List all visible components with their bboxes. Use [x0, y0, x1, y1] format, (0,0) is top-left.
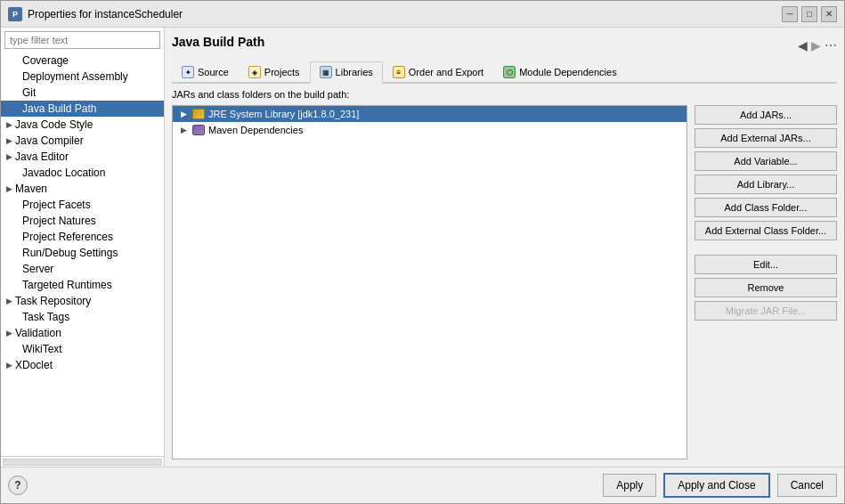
apply-button[interactable]: Apply: [603, 474, 656, 497]
tab-order-export[interactable]: ≡Order and Export: [383, 61, 493, 82]
sidebar-item-label: Maven: [15, 183, 47, 195]
help-button[interactable]: ?: [8, 476, 28, 495]
jar-item-jre-system-library[interactable]: ▶JRE System Library [jdk1.8.0_231]: [173, 106, 687, 122]
sidebar-item-java-editor[interactable]: ▶Java Editor: [1, 149, 164, 165]
add-jars-button[interactable]: Add JARs...: [695, 105, 837, 125]
nav-more-button[interactable]: ⋯: [825, 38, 837, 53]
sidebar-item-label: Project Facets: [22, 199, 91, 211]
remove-button[interactable]: Remove: [695, 278, 837, 297]
nav-back-button[interactable]: ◀: [798, 38, 808, 53]
add-variable-button[interactable]: Add Variable...: [695, 151, 837, 171]
tab-label: Projects: [264, 67, 300, 77]
sidebar-item-label: Validation: [15, 327, 61, 339]
sidebar-item-task-repository[interactable]: ▶Task Repository: [1, 293, 164, 309]
sidebar-item-project-facets[interactable]: Project Facets: [1, 197, 164, 213]
title-bar: P Properties for instanceScheduler ─ □ ✕: [1, 1, 844, 28]
horizontal-scrollbar[interactable]: [3, 459, 162, 466]
maximize-button[interactable]: □: [801, 6, 817, 22]
maven-icon: [192, 124, 205, 136]
description-text: JARs and class folders on the build path…: [172, 89, 837, 100]
sidebar-item-label: Server: [22, 263, 53, 275]
button-spacer: [695, 244, 837, 251]
sidebar-item-java-code-style[interactable]: ▶Java Code Style: [1, 117, 164, 133]
sidebar-item-label: XDoclet: [15, 359, 53, 371]
expand-arrow-icon: ▶: [4, 136, 13, 145]
sidebar-item-label: Java Editor: [15, 150, 69, 163]
migrate-jar-file-button: Migrate JAR File...: [695, 301, 837, 321]
expand-arrow-icon: ▶: [4, 184, 13, 193]
jar-item-maven-dependencies[interactable]: ▶Maven Dependencies: [173, 122, 687, 138]
add-class-folder-button[interactable]: Add Class Folder...: [695, 198, 837, 217]
jar-item-label: JRE System Library [jdk1.8.0_231]: [208, 109, 359, 119]
tab-label: Source: [198, 67, 229, 77]
sidebar-item-wikitext[interactable]: WikiText: [1, 341, 164, 357]
cancel-button[interactable]: Cancel: [777, 474, 837, 497]
jre-icon: [192, 108, 205, 120]
order-tab-icon: ≡: [393, 66, 405, 78]
sidebar-item-label: Task Repository: [15, 295, 91, 307]
sidebar-item-label: WikiText: [22, 343, 62, 355]
expand-arrow-icon: ▶: [4, 120, 13, 129]
add-library-button[interactable]: Add Library...: [695, 175, 837, 194]
sidebar-item-server[interactable]: Server: [1, 261, 164, 277]
apply-close-button[interactable]: Apply and Close: [663, 473, 769, 498]
tab-libraries[interactable]: ▦Libraries: [310, 61, 383, 84]
sidebar-item-xdoclet[interactable]: ▶XDoclet: [1, 357, 164, 373]
jar-expand-icon: ▶: [178, 110, 189, 118]
tab-source[interactable]: ✦Source: [172, 61, 239, 82]
properties-dialog: P Properties for instanceScheduler ─ □ ✕…: [0, 0, 845, 504]
tab-label: Libraries: [336, 67, 373, 77]
jar-list: ▶JRE System Library [jdk1.8.0_231]▶Maven…: [172, 105, 687, 459]
sidebar-item-label: Coverage: [22, 54, 69, 67]
sidebar-item-targeted-runtimes[interactable]: Targeted Runtimes: [1, 277, 164, 293]
left-panel: CoverageDeployment AssemblyGitJava Build…: [1, 28, 165, 467]
sidebar-item-label: Run/Debug Settings: [22, 247, 118, 259]
minimize-button[interactable]: ─: [782, 6, 798, 22]
sidebar-item-label: Targeted Runtimes: [22, 279, 112, 291]
tab-projects[interactable]: ◈Projects: [239, 61, 310, 82]
tab-bar: ✦Source◈Projects▦Libraries≡Order and Exp…: [172, 61, 837, 84]
sidebar-item-java-build-path[interactable]: Java Build Path: [1, 101, 164, 117]
sidebar-item-run-debug-settings[interactable]: Run/Debug Settings: [1, 245, 164, 261]
filter-input[interactable]: [4, 31, 160, 49]
main-content-area: ▶JRE System Library [jdk1.8.0_231]▶Maven…: [172, 105, 837, 459]
add-external-jars-button[interactable]: Add External JARs...: [695, 128, 837, 148]
sidebar-item-java-compiler[interactable]: ▶Java Compiler: [1, 133, 164, 149]
module-tab-icon: ⬡: [503, 66, 516, 78]
bottom-left: ?: [8, 476, 28, 495]
source-tab-icon: ✦: [182, 66, 194, 78]
add-external-class-folder-button[interactable]: Add External Class Folder...: [695, 221, 837, 240]
tab-module-dependencies[interactable]: ⬡Module Dependencies: [493, 61, 626, 82]
sidebar-item-task-tags[interactable]: Task Tags: [1, 309, 164, 325]
sidebar-item-coverage[interactable]: Coverage: [1, 53, 164, 69]
left-scrollbar-area: [1, 456, 164, 467]
edit-button[interactable]: Edit...: [695, 255, 837, 274]
jar-expand-icon: ▶: [178, 126, 189, 134]
sidebar-item-maven[interactable]: ▶Maven: [1, 181, 164, 197]
right-panel: Java Build Path ◀ ▶ ⋯ ✦Source◈Projects▦L…: [165, 28, 844, 467]
libraries-tab-icon: ▦: [320, 66, 332, 78]
tab-label: Module Dependencies: [519, 67, 616, 77]
expand-arrow-icon: ▶: [4, 361, 13, 370]
sidebar-item-validation[interactable]: ▶Validation: [1, 325, 164, 341]
tab-label: Order and Export: [409, 67, 483, 77]
expand-arrow-icon: ▶: [4, 329, 13, 337]
nav-forward-button[interactable]: ▶: [811, 38, 821, 53]
action-buttons: Add JARs...Add External JARs...Add Varia…: [695, 105, 837, 459]
dialog-icon: P: [8, 7, 22, 21]
sidebar-item-project-natures[interactable]: Project Natures: [1, 213, 164, 229]
projects-tab-icon: ◈: [248, 66, 261, 78]
sidebar-item-label: Java Compiler: [15, 134, 84, 147]
sidebar-item-label: Javadoc Location: [22, 167, 105, 179]
sidebar-item-git[interactable]: Git: [1, 85, 164, 101]
sidebar-item-label: Project References: [22, 231, 113, 243]
close-button[interactable]: ✕: [821, 6, 837, 22]
sidebar-item-deployment-assembly[interactable]: Deployment Assembly: [1, 69, 164, 85]
sidebar-item-label: Task Tags: [22, 311, 69, 323]
tree-list: CoverageDeployment AssemblyGitJava Build…: [1, 53, 164, 456]
sidebar-item-label: Project Natures: [22, 215, 96, 227]
sidebar-item-javadoc-location[interactable]: Javadoc Location: [1, 165, 164, 181]
content-area: CoverageDeployment AssemblyGitJava Build…: [1, 28, 844, 467]
sidebar-item-project-references[interactable]: Project References: [1, 229, 164, 245]
window-controls: ─ □ ✕: [782, 6, 837, 22]
